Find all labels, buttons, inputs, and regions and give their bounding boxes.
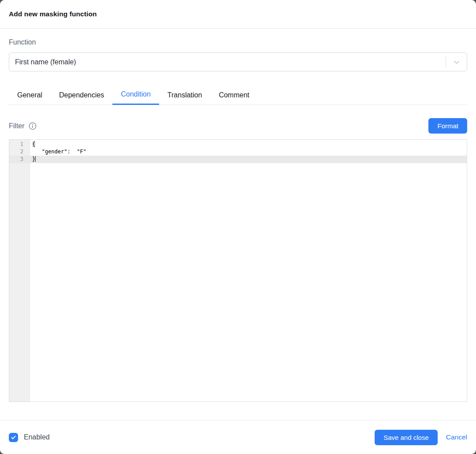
editor-gutter (9, 140, 30, 402)
close-brace: } (32, 156, 35, 162)
save-and-close-button[interactable]: Save and close (375, 430, 438, 445)
code-content: "gender": "F" (30, 148, 86, 156)
tab-dependencies[interactable]: Dependencies (51, 85, 112, 105)
cancel-button[interactable]: Cancel (446, 433, 467, 441)
function-label: Function (9, 38, 467, 46)
add-masking-function-dialog: Add new masking function Function First … (0, 0, 476, 454)
dialog-header: Add new masking function (0, 0, 476, 29)
tab-general[interactable]: General (9, 85, 51, 105)
checkbox-checked-icon[interactable] (9, 433, 18, 442)
line-number: 3 (9, 156, 30, 163)
text-cursor (35, 156, 36, 162)
filter-label: Filter (9, 122, 25, 130)
dialog-title: Add new masking function (9, 10, 97, 18)
code-line-1: 1 { (9, 141, 467, 148)
tab-translation[interactable]: Translation (159, 85, 211, 105)
line-number: 1 (9, 141, 30, 148)
code-line-2: 2 "gender": "F" (9, 148, 467, 156)
function-select[interactable]: First name (female) (9, 52, 467, 71)
line-number: 2 (9, 148, 30, 156)
format-button[interactable]: Format (428, 118, 467, 134)
enabled-label: Enabled (24, 433, 50, 441)
tab-comment[interactable]: Comment (210, 85, 257, 105)
chevron-down-icon[interactable] (446, 58, 467, 67)
code-line-3: 3 } (9, 156, 467, 163)
function-select-value: First name (female) (9, 58, 446, 66)
info-icon[interactable] (29, 122, 37, 130)
condition-code-editor[interactable]: 1 { 2 "gender": "F" 3 } (9, 139, 467, 402)
dialog-body: Function First name (female) General Dep… (0, 29, 476, 420)
enabled-checkbox-row[interactable]: Enabled (9, 433, 375, 442)
tab-bar: General Dependencies Condition Translati… (9, 85, 467, 105)
dialog-footer: Enabled Save and close Cancel (0, 420, 476, 454)
tab-condition[interactable]: Condition (112, 85, 159, 105)
filter-toolbar: Filter Format (9, 118, 467, 134)
open-brace: { (32, 141, 35, 147)
